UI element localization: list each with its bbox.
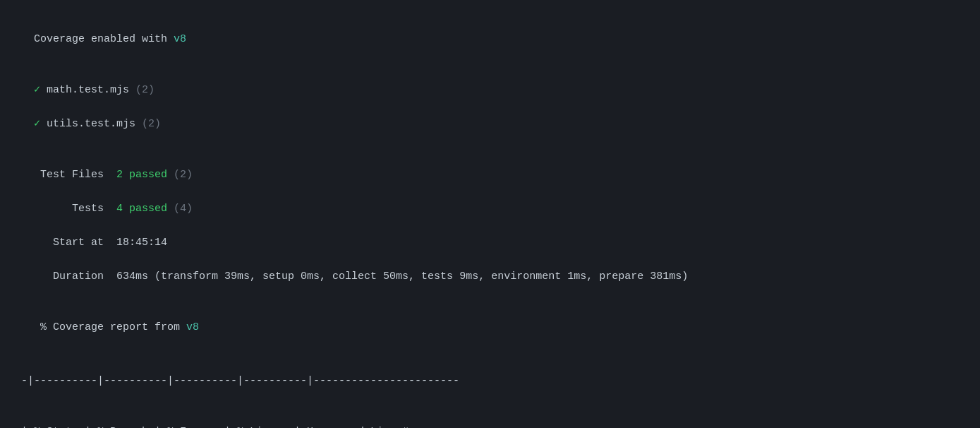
coverage-table: -|----------|----------|----------|-----…	[21, 339, 959, 428]
duration-label: Duration	[34, 271, 116, 283]
test-files-label: Test Files	[34, 169, 116, 181]
test-file-2-count: (2)	[142, 118, 161, 130]
checkmark-icon-1: ✓	[34, 84, 47, 96]
tests-total: (4)	[174, 203, 193, 215]
test-file-2-name: utils.test.mjs	[47, 118, 142, 130]
tests-passed: 4 passed	[116, 203, 174, 215]
table-header-row: | % Stmts | % Branch | % Funcs | % Lines…	[21, 424, 959, 428]
tests-label: Tests	[34, 203, 116, 215]
test-files-total: (2)	[174, 169, 193, 181]
test-file-1-name: math.test.mjs	[47, 84, 135, 96]
coverage-v8-badge: v8	[174, 33, 186, 45]
table-separator-top: -|----------|----------|----------|-----…	[21, 373, 959, 390]
coverage-enabled-text: Coverage enabled with	[34, 33, 174, 45]
coverage-report-v8: v8	[186, 321, 199, 333]
coverage-report-label: % Coverage report from	[34, 321, 186, 333]
test-file-1-count: (2)	[135, 84, 155, 96]
start-at-value: 18:45:14	[116, 237, 167, 249]
start-at-label: Start at	[34, 237, 116, 249]
checkmark-icon-2: ✓	[34, 118, 47, 130]
duration-value: 634ms (transform 39ms, setup 0ms, collec…	[116, 271, 688, 283]
test-files-passed: 2 passed	[116, 169, 174, 181]
